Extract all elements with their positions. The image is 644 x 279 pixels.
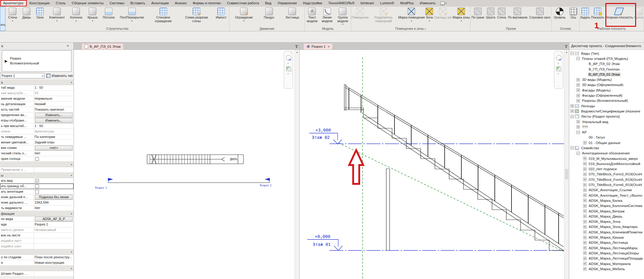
ribbon-tab[interactable]: bimteam: [358, 0, 377, 7]
dropdown-arrow-icon[interactable]: ▾: [461, 20, 462, 22]
ribbon-button[interactable]: Импост: [215, 8, 227, 19]
tree-item[interactable]: ADSK_Марка_Витраж: [569, 208, 644, 214]
tree-expander-icon[interactable]: [583, 267, 587, 270]
type-filter-combo[interactable]: Разрез 1 ▾: [0, 73, 44, 78]
section-view-scrollbar[interactable]: ▴: [564, 50, 569, 279]
ribbon-tab[interactable]: Системы: [107, 0, 127, 7]
tree-expander-icon[interactable]: [577, 83, 580, 87]
checkbox[interactable]: [35, 190, 39, 194]
property-value[interactable]: Нормально: [34, 96, 74, 101]
property-value[interactable]: Подрезка без линии: [34, 195, 74, 200]
modify-button-partial[interactable]: ить: [0, 7, 5, 31]
property-value[interactable]: [34, 184, 74, 189]
dropdown-arrow-icon[interactable]: ▾: [76, 20, 77, 22]
checkbox[interactable]: [35, 157, 39, 161]
ribbon-button[interactable]: Дверь: [22, 8, 31, 19]
property-value-button[interactable]: Подрезка без линии: [35, 195, 73, 200]
ribbon-button[interactable]: Крыша ▾: [87, 8, 98, 22]
ribbon-tab[interactable]: Надстройки: [300, 0, 325, 7]
dropdown-arrow-icon[interactable]: ▾: [12, 20, 13, 22]
ribbon-button[interactable]: Показать: [591, 8, 604, 19]
ribbon-button[interactable]: Схема разрезки стены: [182, 8, 211, 23]
tree-expander-icon[interactable]: [570, 115, 574, 118]
tree-expander-icon[interactable]: [583, 178, 587, 181]
tree-item[interactable]: 070_TitleBlock_Form5_R19(ОснН: [569, 177, 644, 182]
tree-expander-icon[interactable]: [583, 162, 587, 165]
property-value-button[interactable]: ADSK_AP_B_P: [35, 217, 73, 222]
ribbon-button[interactable]: Окно: [36, 8, 44, 19]
tree-expander-icon[interactable]: [583, 241, 587, 244]
tree-item[interactable]: ADSK_Марка_Зона: [569, 219, 644, 224]
wheel-menu-arrow-icon[interactable]: ▾: [558, 62, 559, 65]
section-collapse-icon[interactable]: ▴: [69, 250, 74, 253]
tab-close-icon[interactable]: ×: [328, 45, 329, 48]
ribbon-button[interactable]: Ограждение ▾: [235, 8, 253, 22]
tree-item[interactable]: 070_TitleBlock_Form6_R19(ОснН: [569, 182, 644, 187]
ribbon-tab[interactable]: Вставить: [127, 0, 148, 7]
tree-item[interactable]: 3D виды (Оформленный): [569, 82, 644, 88]
ribbon-button[interactable]: Задать: [580, 8, 591, 19]
tree-expander-icon[interactable]: [583, 225, 587, 229]
ribbon-tab[interactable]: Аннотации: [148, 0, 172, 7]
tree-item[interactable]: АР: [569, 129, 644, 135]
tree-item[interactable]: ???: [569, 124, 644, 129]
dropdown-arrow-icon[interactable]: ▾: [429, 20, 430, 22]
zoom-menu-arrow-icon[interactable]: ▾: [288, 73, 289, 75]
tree-item[interactable]: Фасады (Модель): [569, 88, 644, 93]
tree-expander-icon[interactable]: [583, 230, 587, 234]
ribbon-button[interactable]: Компонент ▾: [49, 8, 65, 22]
ribbon-button[interactable]: Текст модели: [305, 8, 319, 23]
ribbon-tab[interactable]: Сталь: [53, 0, 69, 7]
tree-item[interactable]: ADSK_Марка_Балка: [569, 198, 644, 203]
property-section-header[interactable]: ▴: [0, 266, 74, 271]
tree-item[interactable]: Планы этажей (ПЭ_Модель): [569, 56, 644, 61]
tree-item[interactable]: В_ГП_ПЭ_Генплан: [569, 67, 644, 72]
property-section-header[interactable]: а ▴: [0, 80, 74, 85]
ribbon-button[interactable]: Линия модели: [319, 8, 335, 23]
tree-expander-icon[interactable]: [583, 215, 587, 218]
tree-expander-icon[interactable]: [583, 257, 587, 260]
ribbon-button[interactable]: Пол/Перекрытие ▾: [120, 8, 144, 22]
ribbon-tab[interactable]: Вид: [262, 0, 274, 7]
property-value[interactable]: [34, 167, 74, 172]
ribbon-tab[interactable]: Управление: [274, 0, 300, 7]
dropdown-arrow-icon[interactable]: ▾: [57, 20, 57, 22]
navbar-close-icon[interactable]: ×: [291, 51, 292, 54]
property-value[interactable]: 1 : 50: [34, 123, 74, 129]
tree-item[interactable]: ADSK_Марка_ЛестницаПлощадк: [569, 256, 644, 261]
tree-item[interactable]: 01 - Общие данные: [569, 140, 644, 145]
dropdown-arrow-icon[interactable]: ▾: [411, 20, 412, 22]
section-collapse-icon[interactable]: ▴: [69, 267, 74, 270]
close-icon[interactable]: ×: [65, 43, 71, 50]
tree-item[interactable]: Разрезы (Вспомогательный): [569, 98, 644, 103]
tree-item[interactable]: В_АР_ПЭ_01 Этаж: [569, 72, 644, 77]
property-value[interactable]: [34, 156, 74, 161]
tree-expander-icon[interactable]: [583, 251, 587, 255]
edit-type-button[interactable]: Изменить тип: [44, 74, 73, 78]
property-value[interactable]: Низкий: [34, 102, 74, 107]
property-value[interactable]: 1 : 50: [34, 85, 74, 90]
property-section-header[interactable]: фикация ▴: [0, 211, 74, 216]
ribbon-tab[interactable]: Совместная работа: [224, 0, 262, 7]
property-value[interactable]: Нет: [34, 205, 74, 211]
tree-expander-icon[interactable]: [577, 152, 580, 155]
section-view-canvas[interactable]: +3,000 Этаж 02 +0,000 Этаж 01 ×: [300, 50, 569, 279]
ribbon-button[interactable]: Пандус: [263, 8, 275, 19]
tree-item[interactable]: ADSK_Марка_ЛестницаОпоры: [569, 250, 644, 256]
property-value[interactable]: Разрез 1: [34, 222, 74, 227]
property-value[interactable]: [34, 244, 74, 249]
property-value[interactable]: <нет>: [34, 145, 74, 150]
checkbox[interactable]: [35, 184, 39, 188]
tree-item[interactable]: ADSK_Марка_Крыша: [569, 235, 644, 240]
dropdown-arrow-icon[interactable]: ▾: [92, 20, 93, 22]
dropdown-arrow-icon[interactable]: ▾: [342, 23, 343, 26]
property-value-button[interactable]: Изменить...: [35, 118, 73, 123]
tree-expander-icon[interactable]: [577, 131, 580, 134]
tree-expander-icon[interactable]: [577, 88, 580, 92]
project-browser-title[interactable]: Диспетчер проекта - СоединенияЭлементо: [569, 43, 644, 50]
tree-expander-icon[interactable]: [577, 125, 580, 129]
properties-titlebar[interactable]: а ×: [0, 43, 74, 50]
tree-expander-icon[interactable]: [583, 194, 587, 197]
tree-expander-icon[interactable]: [583, 236, 587, 239]
dropdown-arrow-icon[interactable]: ▾: [131, 20, 132, 22]
